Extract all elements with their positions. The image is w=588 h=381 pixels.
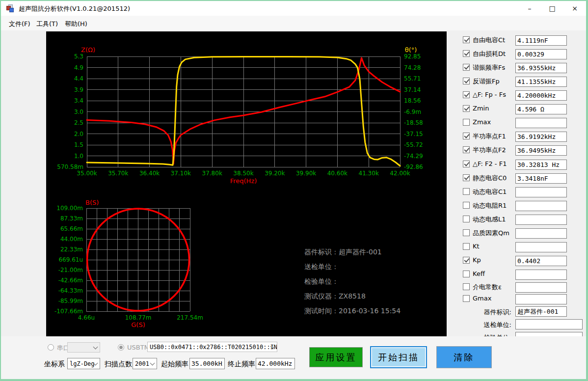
result-checkbox-17[interactable] [463,257,470,264]
start-freq-input[interactable] [189,358,225,369]
result-checkbox-6[interactable] [463,105,470,112]
result-value-input[interactable] [515,35,567,46]
close-button[interactable]: × [563,1,586,16]
result-checkbox-20[interactable] [463,295,470,302]
stop-freq-label: 终止频率 [228,360,255,369]
result-value-input[interactable] [515,215,567,225]
result-checkbox-15[interactable] [463,229,470,236]
svg-text:3.9: 3.9 [74,86,83,93]
result-checkbox-12[interactable] [463,188,470,195]
maximize-button[interactable]: □ [541,1,563,16]
result-value-input[interactable] [515,228,567,239]
svg-text:35.00k: 35.00k [77,170,97,177]
coord-system-value: lgZ-Deg [70,360,95,367]
result-value-input[interactable] [515,270,567,280]
device-info-line: 检验单位： [304,274,401,289]
result-value-input[interactable] [515,256,567,266]
result-value-input[interactable] [515,242,567,252]
result-checkbox-4[interactable] [463,78,470,84]
svg-text:22.33m: 22.33m [60,246,83,253]
result-value-input[interactable] [515,160,567,170]
result-value-input[interactable] [515,294,567,304]
result-label: 反谐振Fp [473,77,500,86]
result-value-input[interactable] [515,77,567,87]
result-checkbox-3[interactable] [463,64,470,71]
svg-text:18.56: 18.56 [404,97,421,104]
result-checkbox-19[interactable] [463,283,470,290]
svg-text:39.90k: 39.90k [296,170,316,177]
result-value-input[interactable] [515,49,567,59]
svg-text:4.66u: 4.66u [78,314,95,321]
result-label: Kp [473,256,481,264]
start-scan-button[interactable]: 开始扫描 [370,346,427,368]
sweep-points-combo[interactable]: 2001 [133,358,157,369]
bottom-control-bar: 串口 USBTMC USB0::0x0471::0x2786::T0202150… [1,336,586,380]
menu-file[interactable]: 文件(F) [7,19,32,29]
usbtmc-radio[interactable] [118,344,124,351]
result-value-input[interactable] [515,132,567,142]
result-checkbox-7[interactable] [463,119,470,126]
svg-text:65.66m: 65.66m [60,225,83,232]
result-checkbox-13[interactable] [463,202,470,209]
svg-text:-92.86: -92.86 [404,163,423,170]
result-value-input[interactable] [515,118,567,128]
menu-help[interactable]: 帮助(H) [63,19,89,29]
result-label: 介电常数ε [473,283,502,292]
usb-address-combo[interactable]: USB0::0x0471::0x2786::T020215010::INSTR [147,342,277,352]
svg-text:38.50k: 38.50k [233,170,253,177]
start-freq-label: 起始频率 [161,360,188,369]
results-panel: 自由电容Ct自由损耗Dt谐振频率Fs反谐振Fp△F: Fp - FsZminZm… [447,30,587,350]
result-value-input[interactable] [515,63,567,73]
result-value-input[interactable] [515,201,567,211]
result-value-input[interactable] [515,104,567,114]
result-checkbox-1[interactable] [463,36,470,43]
id-field-input[interactable] [515,319,583,329]
result-value-input[interactable] [515,282,567,293]
result-checkbox-2[interactable] [463,50,470,57]
svg-text:3.4: 3.4 [74,97,83,104]
result-label: Zmin [473,105,489,112]
menu-tools[interactable]: 工具(T) [34,19,60,29]
svg-text:-21.00m: -21.00m [58,267,83,273]
result-label: Keff [473,270,485,277]
sweep-points-value: 2001 [135,360,149,367]
svg-text:41.30k: 41.30k [359,170,379,177]
svg-text:55.71: 55.71 [404,75,421,82]
result-checkbox-5[interactable] [463,91,470,98]
result-label: Kt [473,243,480,250]
svg-text:B(S): B(S) [85,199,99,206]
svg-text:-42.66m: -42.66m [58,277,83,284]
result-checkbox-11[interactable] [463,174,470,181]
coord-system-combo[interactable]: lgZ-Deg [67,358,100,369]
result-value-input[interactable] [515,90,567,101]
svg-text:37.80k: 37.80k [202,170,222,177]
result-checkbox-9[interactable] [463,146,470,153]
serial-port-combo[interactable] [67,342,100,353]
result-checkbox-18[interactable] [463,271,470,277]
svg-text:-85.99m: -85.99m [58,298,83,304]
result-label: 半功率点F2 [473,146,506,155]
clear-button[interactable]: 清除 [436,346,492,368]
stop-freq-input[interactable] [256,358,295,369]
result-label: Zmax [473,118,491,126]
svg-text:37.14: 37.14 [404,86,421,93]
serial-port-radio[interactable] [48,344,54,351]
result-checkbox-16[interactable] [463,243,470,250]
result-value-input[interactable] [515,187,567,197]
id-field-input[interactable] [515,306,567,317]
device-info-block: 器件标识：超声器件-001送检单位：检验单位：测试仪器：ZX8518测试时间：2… [304,245,401,318]
result-value-input[interactable] [515,145,567,156]
apply-settings-button[interactable]: 应用设置 [309,347,363,367]
result-value-input[interactable] [515,173,567,184]
svg-text:109.00m: 109.00m [56,205,83,212]
result-label: 自由电容Ct [473,36,505,45]
minimize-button[interactable]: – [518,1,541,16]
result-checkbox-10[interactable] [463,161,470,167]
title-bar: 超声阻抗分析软件(V1.0.21@201512) – □ × [1,1,586,16]
result-checkbox-14[interactable] [463,216,470,222]
svg-text:39.20k: 39.20k [265,170,285,177]
result-checkbox-8[interactable] [463,133,470,139]
result-label: 动态电感L1 [473,215,506,224]
svg-text:-18.58: -18.58 [404,119,423,126]
svg-text:-55.72: -55.72 [404,141,423,148]
